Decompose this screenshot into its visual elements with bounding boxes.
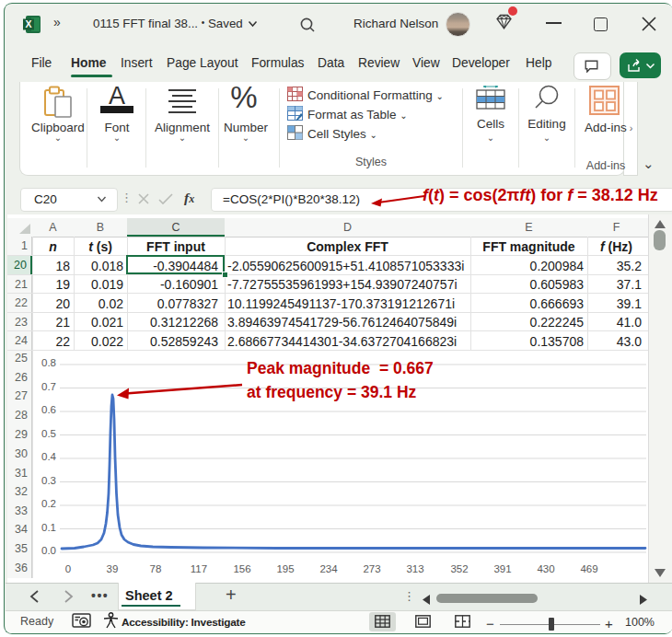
svg-text:234: 234 [319, 563, 338, 574]
svg-text:156: 156 [233, 563, 250, 574]
svg-text:391: 391 [493, 563, 511, 574]
svg-text:0.0: 0.0 [41, 545, 56, 556]
svg-text:0.5: 0.5 [41, 428, 56, 439]
svg-text:39: 39 [107, 563, 119, 574]
svg-text:0.8: 0.8 [41, 357, 56, 368]
svg-text:at frequency = 39.1 Hz: at frequency = 39.1 Hz [247, 383, 417, 401]
svg-text:0.1: 0.1 [41, 522, 56, 533]
svg-text:0.4: 0.4 [41, 451, 57, 462]
svg-text:117: 117 [191, 563, 207, 574]
svg-text:0.3: 0.3 [41, 475, 56, 486]
svg-text:352: 352 [450, 563, 468, 574]
svg-text:313: 313 [406, 563, 423, 574]
svg-text:Peak magnitude = 0.667: Peak magnitude = 0.667 [247, 359, 434, 377]
svg-text:195: 195 [276, 563, 294, 574]
svg-text:0.6: 0.6 [41, 404, 56, 415]
svg-text:X: X [25, 18, 31, 29]
svg-text:78: 78 [150, 563, 162, 574]
svg-text:469: 469 [580, 563, 597, 574]
svg-text:0.7: 0.7 [41, 381, 56, 392]
svg-text:0.2: 0.2 [41, 498, 56, 509]
svg-text:430: 430 [537, 563, 554, 574]
svg-text:273: 273 [363, 563, 380, 574]
svg-text:0: 0 [65, 563, 71, 574]
